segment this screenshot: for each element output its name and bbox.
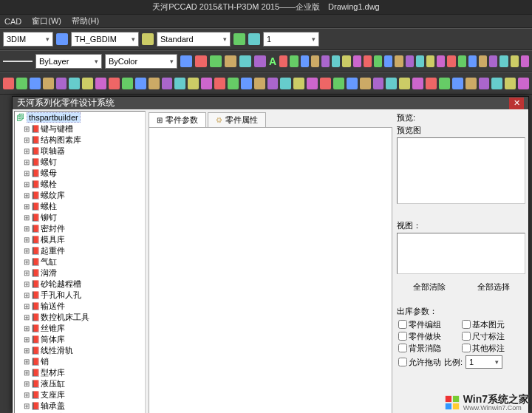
tree-item[interactable]: ⊞📕支座库 — [15, 389, 145, 400]
tree-item[interactable]: ⊞📕输送件 — [15, 301, 145, 312]
tab-params[interactable]: ⊞零件参数 — [149, 112, 206, 127]
tool-icon[interactable] — [122, 78, 133, 89]
tool-icon[interactable] — [210, 55, 222, 67]
tree-item[interactable]: ⊞📕螺纹库 — [15, 190, 145, 201]
tool-icon[interactable] — [241, 78, 252, 89]
tree-item[interactable]: ⊞📕螺柱 — [15, 201, 145, 212]
check-basic-elem[interactable]: 基本图元 — [462, 318, 519, 330]
tree-item[interactable]: ⊞📕型材库 — [15, 367, 145, 378]
expander-icon[interactable]: ⊞ — [22, 324, 30, 332]
tool-icon[interactable] — [333, 78, 344, 89]
tool-icon[interactable] — [499, 55, 508, 67]
tree-item[interactable]: ⊞📕砂轮越程槽 — [15, 279, 145, 290]
tool-icon[interactable] — [180, 55, 192, 67]
select-all-button[interactable]: 全部选择 — [477, 281, 510, 293]
tree-item[interactable]: ⊞📕模具库 — [15, 234, 145, 245]
expander-icon[interactable]: ⊞ — [22, 380, 30, 388]
menu-window[interactable]: 窗口(W) — [32, 16, 61, 27]
tool-icon[interactable] — [135, 78, 146, 89]
tool-icon[interactable] — [3, 78, 14, 89]
expander-icon[interactable]: ⊞ — [22, 180, 30, 188]
tool-icon[interactable] — [16, 78, 27, 89]
tool-icon[interactable] — [214, 78, 225, 89]
check-other-annot[interactable]: 其他标注 — [462, 342, 519, 354]
expander-icon[interactable]: ⊞ — [22, 347, 30, 355]
tool-icon[interactable] — [301, 55, 309, 67]
tool-icon[interactable] — [437, 55, 445, 67]
tool-icon[interactable] — [279, 55, 287, 67]
menu-cad[interactable]: CAD — [4, 17, 21, 26]
tool-icon[interactable] — [320, 78, 331, 89]
tree-item[interactable]: ⊞📕起重件 — [15, 245, 145, 256]
tree-panel[interactable]: 🗐 thspartbuilder ⊞📕键与键槽⊞📕结构图素库⊞📕联轴器⊞📕螺钉⊞… — [14, 111, 146, 413]
tool-icon[interactable] — [307, 78, 318, 89]
expander-icon[interactable]: ⊞ — [22, 225, 30, 233]
tool-icon[interactable] — [347, 78, 358, 89]
expander-icon[interactable]: ⊞ — [22, 158, 30, 166]
tool-icon[interactable] — [342, 55, 350, 67]
tool-icon[interactable] — [233, 33, 245, 45]
tool-icon[interactable] — [511, 55, 519, 67]
tree-item[interactable]: ⊞📕筒体库 — [15, 334, 145, 345]
tool-icon[interactable] — [69, 78, 80, 89]
dialog-titlebar[interactable]: 天河系列化零件设计系统 ✕ — [13, 97, 528, 109]
expander-icon[interactable]: ⊞ — [22, 313, 30, 321]
tool-icon[interactable] — [174, 78, 185, 89]
tree-item[interactable]: ⊞📕轴承盖 — [15, 400, 145, 412]
clear-all-button[interactable]: 全部清除 — [413, 281, 446, 293]
tree-root[interactable]: 🗐 thspartbuilder — [15, 112, 145, 123]
tree-item[interactable]: ⊞📕销 — [15, 356, 145, 367]
check-part-block[interactable]: 零件做块 — [398, 330, 456, 342]
close-icon[interactable]: ✕ — [509, 98, 524, 109]
tool-icon[interactable] — [395, 55, 403, 67]
tree-item[interactable]: ⊞📕结构图素库 — [15, 134, 145, 146]
tool-icon[interactable] — [109, 78, 120, 89]
tool-icon[interactable] — [254, 55, 266, 67]
tree-item[interactable]: ⊞📕螺钉 — [15, 157, 145, 168]
tool-icon[interactable] — [332, 55, 340, 67]
tree-item[interactable]: ⊞📕手孔和人孔 — [15, 290, 145, 301]
expander-icon[interactable]: ⊞ — [22, 191, 30, 199]
expander-icon[interactable]: ⊞ — [22, 369, 30, 377]
tool-icon[interactable] — [82, 78, 93, 89]
dim-dropdown[interactable]: 3DIM▾ — [3, 32, 53, 47]
tool-icon[interactable] — [491, 78, 502, 89]
bycolor-dropdown[interactable]: ByColor▾ — [105, 54, 177, 69]
tool-icon[interactable] — [439, 78, 450, 89]
tool-icon[interactable] — [468, 55, 477, 67]
check-part-group[interactable]: 零件编组 — [398, 318, 456, 330]
expander-icon[interactable]: ⊞ — [22, 169, 30, 177]
expander-icon[interactable]: ⊞ — [22, 335, 30, 344]
tree-item[interactable]: ⊞📕线性滑轨 — [15, 345, 145, 356]
tool-icon[interactable] — [518, 78, 529, 89]
tool-icon[interactable] — [201, 78, 212, 89]
tool-icon[interactable] — [225, 55, 236, 67]
expander-icon[interactable]: ⊞ — [22, 125, 30, 133]
tool-icon[interactable] — [162, 78, 173, 89]
tool-icon[interactable] — [95, 78, 106, 89]
tree-item[interactable]: ⊞📕液压缸 — [15, 378, 145, 389]
tab-attrs[interactable]: ⚙零件属性 — [208, 112, 266, 127]
expander-icon[interactable]: ⊞ — [22, 202, 30, 211]
expander-icon[interactable]: ⊞ — [22, 258, 30, 266]
expander-icon[interactable]: ⊞ — [22, 247, 30, 255]
tree-item[interactable]: ⊞📕数控机床工具 — [15, 312, 145, 323]
tool-icon[interactable] — [290, 55, 298, 67]
expander-icon[interactable]: ⊞ — [22, 147, 30, 155]
expander-icon[interactable]: ⊞ — [22, 358, 30, 366]
check-allow-drag[interactable]: 允许拖动 — [398, 356, 441, 368]
tree-item[interactable]: ⊞📕螺栓 — [15, 179, 145, 190]
tool-icon[interactable] — [452, 78, 463, 89]
tool-icon[interactable] — [458, 55, 466, 67]
tree-item[interactable]: ⊞📕丝锥库 — [15, 323, 145, 334]
tool-icon[interactable] — [384, 55, 392, 67]
tool-icon[interactable] — [30, 78, 41, 89]
tool-icon[interactable] — [195, 55, 207, 67]
tool-icon[interactable] — [56, 33, 68, 45]
tool-icon[interactable] — [56, 78, 67, 89]
tool-icon[interactable] — [447, 55, 455, 67]
ratio-dropdown[interactable]: 1▾ — [466, 355, 502, 369]
check-dim-annot[interactable]: 尺寸标注 — [462, 330, 519, 342]
tree-item[interactable]: ⊞📕润滑 — [15, 267, 145, 279]
tool-icon[interactable] — [321, 55, 330, 67]
